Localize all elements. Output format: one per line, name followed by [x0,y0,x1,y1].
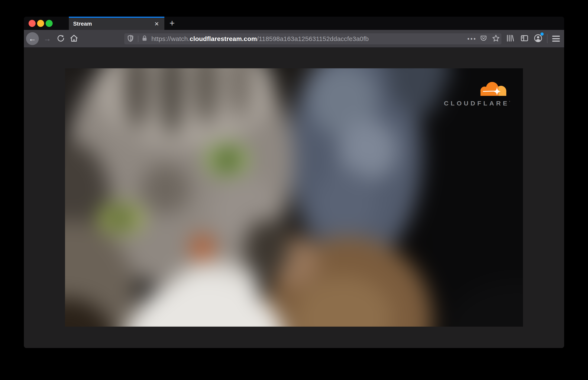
tab-strip: Stream ✕ + [24,17,564,30]
cloudflare-wordmark: CLOUDFLARE' [437,100,510,107]
url-bar[interactable]: https://watch.cloudflarestream.com/11859… [124,33,502,44]
cloudflare-cloud-icon [476,81,508,97]
zoom-window-button[interactable] [46,20,53,27]
lock-icon[interactable] [141,35,148,43]
back-button[interactable]: ← [26,32,39,45]
toolbar-divider [547,34,548,43]
url-scheme-host: https://watch. [151,35,190,42]
page-actions-icon[interactable]: ••• [467,36,477,42]
library-icon [505,34,515,43]
reload-icon [56,34,65,42]
library-button[interactable] [505,34,515,43]
page-content: CLOUDFLARE' [24,68,564,348]
bookmark-star-icon[interactable] [492,34,500,43]
back-icon: ← [29,35,36,42]
forward-button[interactable]: → [43,34,51,43]
menu-icon [552,36,560,37]
tab-stream[interactable]: Stream ✕ [69,17,164,30]
video-frame-blurred-cat [65,68,523,327]
tracking-protection-shield-icon[interactable] [126,34,135,43]
video-player[interactable]: CLOUDFLARE' [65,68,523,327]
tab-title: Stream [73,20,92,27]
minimize-window-button[interactable] [37,20,44,27]
menu-button[interactable] [552,36,560,42]
url-text[interactable]: https://watch.cloudflarestream.com/11859… [151,35,369,42]
url-domain: cloudflarestream.com [190,35,257,42]
window-controls [24,17,69,30]
sidebar-button[interactable] [520,34,529,43]
cloudflare-watermark: CLOUDFLARE' [437,81,510,107]
pocket-icon[interactable] [480,34,488,43]
navigation-toolbar: ← → [24,30,564,48]
browser-window: Stream ✕ + ← → [24,17,564,348]
tab-close-icon[interactable]: ✕ [153,20,161,28]
reload-button[interactable] [56,34,65,43]
home-icon [69,34,78,43]
account-notification-dot [540,33,544,36]
new-tab-button[interactable]: + [168,19,176,28]
account-button[interactable] [534,34,543,44]
desktop-background: Stream ✕ + ← → [0,0,588,380]
close-window-button[interactable] [29,20,35,27]
sidebar-icon [520,34,529,43]
urlbar-separator [138,36,138,42]
home-button[interactable] [69,34,78,43]
url-path: /118598a163a125631152ddaccfe3a0fb [257,35,369,42]
tab-strip-spacer [176,17,564,30]
